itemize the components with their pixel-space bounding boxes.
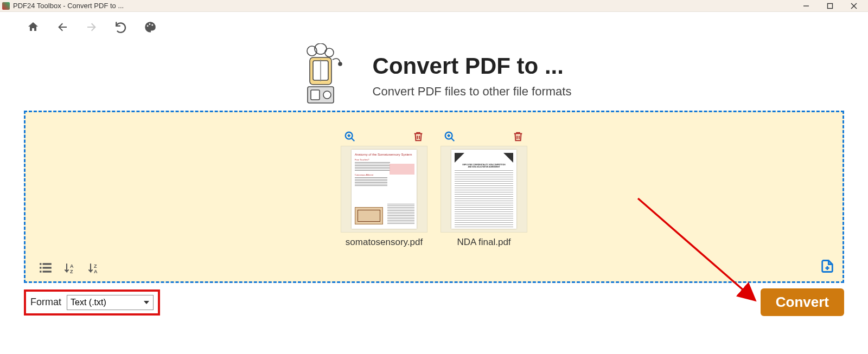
delete-icon[interactable] [412, 131, 424, 143]
home-button[interactable] [26, 20, 40, 34]
undo-button[interactable] [114, 20, 128, 34]
svg-rect-29 [43, 263, 52, 265]
file-card: Anatomy of the Somatosensory System Four… [341, 131, 427, 248]
theme-button[interactable] [143, 20, 157, 34]
maximize-button[interactable] [818, 0, 842, 12]
svg-rect-13 [311, 90, 320, 100]
sort-az-icon[interactable]: AZ [63, 262, 76, 275]
svg-point-5 [149, 23, 151, 25]
hero: Convert PDF to ... Convert PDF files to … [0, 38, 868, 111]
svg-point-15 [339, 62, 342, 66]
svg-text:A: A [70, 263, 74, 269]
svg-point-4 [147, 25, 149, 27]
svg-line-23 [451, 138, 455, 141]
file-dropzone[interactable]: Anatomy of the Somatosensory System Four… [24, 111, 844, 283]
footer: Format Text (.txt) Convert [0, 283, 868, 316]
close-button[interactable] [842, 0, 866, 12]
format-select[interactable]: Text (.txt) [67, 295, 154, 310]
forward-button[interactable] [85, 20, 99, 34]
toolbar [0, 12, 868, 38]
svg-point-6 [151, 24, 153, 26]
format-highlight: Format Text (.txt) [24, 289, 160, 316]
svg-rect-30 [40, 267, 41, 268]
file-thumbnail[interactable]: Anatomy of the Somatosensory System Four… [341, 146, 427, 233]
file-card: EMPLOYEE CONFIDENTIALITY, NON-COMPETITIO… [441, 131, 527, 248]
hero-illustration [297, 43, 346, 108]
svg-text:Z: Z [94, 263, 97, 269]
delete-icon[interactable] [512, 131, 524, 143]
file-name: NDA final.pdf [457, 237, 510, 248]
svg-point-9 [325, 48, 334, 57]
format-label: Format [30, 297, 61, 308]
convert-button[interactable]: Convert [761, 288, 844, 316]
svg-rect-28 [40, 263, 41, 265]
minimize-button[interactable] [794, 0, 818, 12]
page-subtitle: Convert PDF files to other file formats [373, 85, 572, 99]
file-name: somatosensory.pdf [346, 237, 423, 248]
svg-text:Z: Z [70, 269, 73, 274]
app-icon [2, 2, 10, 10]
zoom-icon[interactable] [344, 131, 356, 143]
svg-rect-1 [828, 3, 833, 8]
svg-text:A: A [94, 269, 98, 274]
page-title: Convert PDF to ... [373, 53, 572, 79]
svg-rect-31 [43, 267, 52, 268]
zoom-icon[interactable] [444, 131, 456, 143]
list-view-icon[interactable] [39, 262, 53, 275]
svg-line-17 [352, 138, 355, 141]
window-titlebar: PDF24 Toolbox - Convert PDF to ... [0, 0, 868, 12]
sort-za-icon[interactable]: ZA [87, 262, 100, 275]
file-thumbnail[interactable]: EMPLOYEE CONFIDENTIALITY, NON-COMPETITIO… [441, 146, 527, 233]
svg-point-14 [323, 91, 331, 99]
back-button[interactable] [55, 20, 69, 34]
add-file-button[interactable] [820, 259, 835, 276]
svg-rect-33 [43, 271, 52, 272]
svg-rect-32 [40, 271, 41, 272]
window-title: PDF24 Toolbox - Convert PDF to ... [13, 2, 124, 10]
